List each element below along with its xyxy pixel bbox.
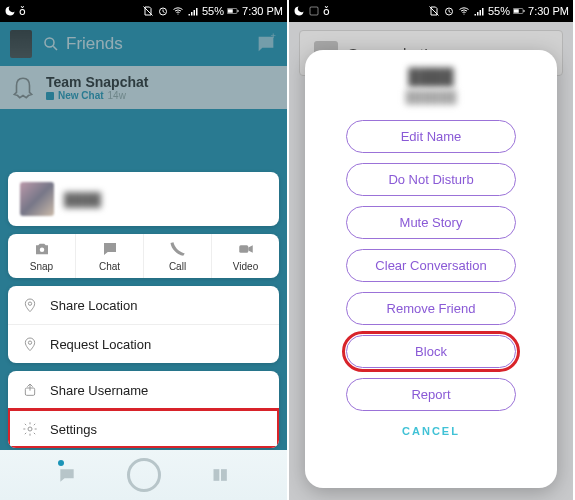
clear-label: Clear Conversation [375,258,486,273]
action-sheet: ████ Snap Chat Call Video Shar [8,172,279,448]
settings-item[interactable]: Settings [8,409,279,448]
notification-dot [58,460,64,466]
chat-label: Chat [99,261,120,272]
svg-rect-19 [514,9,519,13]
signal-icon [187,5,199,17]
edit-name-label: Edit Name [401,129,462,144]
no-sim-icon [428,5,440,17]
share-location-label: Share Location [50,298,137,313]
chat-button[interactable]: Chat [75,234,143,278]
dnd-label: Do Not Disturb [388,172,473,187]
quick-actions-card: Snap Chat Call Video [8,234,279,278]
svg-rect-14 [221,469,227,481]
svg-rect-4 [238,10,239,12]
alarm-icon [157,5,169,17]
gear-icon [22,421,38,437]
right-screenshot: ǒ 55% 7:30 PM Screenshot! ████ ██████ Ed… [287,0,573,500]
cancel-button[interactable]: CANCEL [402,425,460,437]
profile-name-blurred: ████ [64,192,101,207]
request-location-item[interactable]: Request Location [8,324,279,363]
screenshot-indicator-icon [308,5,320,17]
signal-icon [473,5,485,17]
svg-rect-20 [524,10,525,12]
camera-icon [33,240,51,258]
moon-icon [4,5,16,17]
call-button[interactable]: Call [143,234,211,278]
wifi-icon [172,5,184,17]
capture-button[interactable] [127,458,161,492]
status-glyph: ǒ [323,5,330,18]
status-bar: ǒ 55% 7:30 PM [0,0,287,22]
svg-rect-3 [228,9,233,13]
battery-pct: 55% [488,5,510,17]
call-label: Call [169,261,186,272]
battery-pct: 55% [202,5,224,17]
mute-story-button[interactable]: Mute Story [346,206,516,239]
video-button[interactable]: Video [211,234,279,278]
block-label: Block [415,344,447,359]
status-bar: ǒ 55% 7:30 PM [289,0,573,22]
svg-rect-15 [310,7,318,15]
battery-icon [227,5,239,17]
location-pin-icon [22,297,38,313]
share-username-label: Share Username [50,383,148,398]
chat-nav-icon[interactable] [57,465,77,485]
svg-rect-8 [239,245,248,253]
video-label: Video [233,261,258,272]
no-sim-icon [142,5,154,17]
location-pin-icon [22,336,38,352]
stories-nav-icon[interactable] [211,465,231,485]
modal-username-blurred: ██████ [405,90,456,104]
location-card: Share Location Request Location [8,286,279,363]
friend-settings-modal: ████ ██████ Edit Name Do Not Disturb Mut… [305,50,557,488]
remove-label: Remove Friend [387,301,476,316]
moon-icon [293,5,305,17]
share-username-item[interactable]: Share Username [8,371,279,409]
profile-card[interactable]: ████ [8,172,279,226]
battery-icon [513,5,525,17]
svg-point-17 [463,13,464,14]
left-screenshot: ǒ 55% 7:30 PM Friends + Team Snapchat Ne… [0,0,287,500]
report-button[interactable]: Report [346,378,516,411]
settings-label: Settings [50,422,97,437]
snap-button[interactable]: Snap [8,234,75,278]
modal-name-blurred: ████ [408,68,453,86]
cancel-label: CANCEL [402,425,460,437]
svg-point-10 [28,341,31,344]
svg-point-7 [39,248,44,253]
chat-icon [101,240,119,258]
snap-label: Snap [30,261,53,272]
wifi-icon [458,5,470,17]
svg-point-12 [28,427,32,431]
more-card: Share Username Settings [8,371,279,448]
status-glyph: ǒ [19,5,26,18]
do-not-disturb-button[interactable]: Do Not Disturb [346,163,516,196]
bottom-nav [0,450,287,500]
svg-point-1 [177,13,178,14]
request-location-label: Request Location [50,337,151,352]
alarm-icon [443,5,455,17]
clock-text: 7:30 PM [242,5,283,17]
mute-label: Mute Story [400,215,463,230]
share-icon [22,382,38,398]
phone-icon [169,240,187,258]
svg-point-9 [28,302,31,305]
edit-name-button[interactable]: Edit Name [346,120,516,153]
svg-rect-13 [213,469,219,481]
remove-friend-button[interactable]: Remove Friend [346,292,516,325]
share-location-item[interactable]: Share Location [8,286,279,324]
video-icon [237,240,255,258]
clock-text: 7:30 PM [528,5,569,17]
clear-conversation-button[interactable]: Clear Conversation [346,249,516,282]
report-label: Report [411,387,450,402]
block-button[interactable]: Block [346,335,516,368]
profile-thumbnail [20,182,54,216]
